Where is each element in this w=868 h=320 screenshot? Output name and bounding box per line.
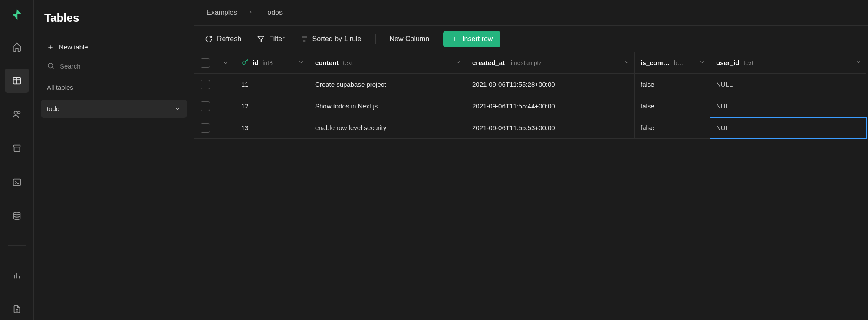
chevron-down-icon[interactable] xyxy=(699,59,705,66)
nav-rail xyxy=(0,0,34,320)
row-select-cell[interactable] xyxy=(194,117,235,139)
breadcrumb: Examples Todos xyxy=(194,0,868,26)
data-grid: id int8 content text created_at timestam… xyxy=(194,52,868,139)
cell-is-complete[interactable]: false xyxy=(635,117,710,139)
row-checkbox[interactable] xyxy=(201,101,210,111)
svg-marker-19 xyxy=(258,36,264,42)
svg-point-17 xyxy=(48,63,53,68)
nav-home[interactable] xyxy=(5,35,29,59)
new-column-button[interactable]: New Column xyxy=(388,32,431,46)
svg-rect-6 xyxy=(13,179,20,186)
new-table-label: New table xyxy=(59,43,88,51)
filter-button[interactable]: Filter xyxy=(255,32,286,46)
toolbar-divider xyxy=(375,34,376,44)
nav-tables[interactable] xyxy=(5,69,29,93)
cell-is-complete[interactable]: false xyxy=(635,74,710,95)
svg-rect-5 xyxy=(13,145,20,147)
cell-id[interactable]: 12 xyxy=(235,95,309,117)
chevron-down-icon xyxy=(174,105,181,112)
insert-row-button[interactable]: Insert row xyxy=(443,31,500,47)
nav-storage[interactable] xyxy=(5,136,29,160)
cell-content[interactable]: Show todos in Next.js xyxy=(309,95,466,117)
nav-database[interactable] xyxy=(5,204,29,228)
chevron-down-icon[interactable] xyxy=(855,59,861,66)
column-header-select[interactable] xyxy=(194,52,235,74)
plus-icon xyxy=(451,36,458,42)
bar-chart-icon xyxy=(12,271,22,280)
cell-created-at[interactable]: 2021-09-06T11:55:28+00:00 xyxy=(466,74,635,95)
cell-content[interactable]: enable row level security xyxy=(309,117,466,139)
sort-button[interactable]: Sorted by 1 rule xyxy=(299,32,363,46)
cell-id[interactable]: 13 xyxy=(235,117,309,139)
breadcrumb-table[interactable]: Todos xyxy=(264,9,283,16)
search-input[interactable] xyxy=(60,62,181,70)
row-checkbox[interactable] xyxy=(201,80,210,89)
row-checkbox[interactable] xyxy=(201,123,210,133)
sidebar-table-item[interactable]: todo xyxy=(41,100,187,118)
terminal-icon xyxy=(12,177,22,187)
all-tables-label: All tables xyxy=(44,78,184,95)
table-row: 13 enable row level security 2021-09-06T… xyxy=(194,117,868,139)
page-title: Tables xyxy=(44,11,184,25)
database-icon xyxy=(12,211,22,221)
refresh-button[interactable]: Refresh xyxy=(203,32,243,46)
cell-content[interactable]: Create supabase project xyxy=(309,74,466,95)
column-header-is-complete[interactable]: is_com… b… xyxy=(635,52,710,74)
sort-icon xyxy=(300,35,308,43)
table-row: 11 Create supabase project 2021-09-06T11… xyxy=(194,74,868,95)
app-logo xyxy=(10,8,24,21)
column-header-id[interactable]: id int8 xyxy=(235,52,309,74)
chevron-down-icon[interactable] xyxy=(223,60,229,66)
new-table-button[interactable]: New table xyxy=(44,40,184,54)
svg-point-3 xyxy=(14,111,17,114)
cell-user-id[interactable]: NULL xyxy=(710,74,866,95)
table-row: 12 Show todos in Next.js 2021-09-06T11:5… xyxy=(194,95,868,117)
home-icon xyxy=(12,42,22,52)
column-header-user-id[interactable]: user_id text xyxy=(710,52,866,74)
chevron-down-icon[interactable] xyxy=(298,59,304,66)
table-header-row: id int8 content text created_at timestam… xyxy=(194,52,868,74)
filter-icon xyxy=(257,35,265,43)
chevron-down-icon[interactable] xyxy=(455,59,461,66)
main: Examples Todos Refresh Filter Sorted by … xyxy=(194,0,868,320)
select-all-checkbox[interactable] xyxy=(201,58,210,68)
search-icon xyxy=(47,62,55,70)
supabase-logo-icon xyxy=(10,8,23,21)
cell-user-id[interactable]: NULL xyxy=(710,117,866,139)
file-icon xyxy=(12,304,22,314)
chevron-right-icon xyxy=(247,9,253,16)
cell-is-complete[interactable]: false xyxy=(635,95,710,117)
cell-user-id[interactable]: NULL xyxy=(710,95,866,117)
svg-line-18 xyxy=(52,67,53,69)
key-icon xyxy=(241,58,249,67)
nav-sql[interactable] xyxy=(5,170,29,194)
column-header-content[interactable]: content text xyxy=(309,52,466,74)
svg-point-8 xyxy=(13,212,20,215)
row-select-cell[interactable] xyxy=(194,74,235,95)
refresh-icon xyxy=(205,35,213,43)
sidebar: Tables New table All tables todo xyxy=(34,0,194,320)
breadcrumb-project[interactable]: Examples xyxy=(207,9,237,16)
nav-docs[interactable] xyxy=(5,297,29,320)
cell-created-at[interactable]: 2021-09-06T11:55:44+00:00 xyxy=(466,95,635,117)
users-icon xyxy=(12,110,22,119)
column-header-created-at[interactable]: created_at timestamptz xyxy=(466,52,635,74)
svg-point-4 xyxy=(17,111,20,114)
search-box[interactable] xyxy=(44,59,184,73)
toolbar: Refresh Filter Sorted by 1 rule New Colu… xyxy=(194,26,868,52)
table-item-name: todo xyxy=(47,105,59,112)
archive-icon xyxy=(12,144,22,153)
cell-id[interactable]: 11 xyxy=(235,74,309,95)
row-select-cell[interactable] xyxy=(194,95,235,117)
nav-auth[interactable] xyxy=(5,102,29,127)
plus-icon xyxy=(47,44,54,51)
chevron-down-icon[interactable] xyxy=(624,59,630,66)
cell-created-at[interactable]: 2021-09-06T11:55:53+00:00 xyxy=(466,117,635,139)
nav-reports[interactable] xyxy=(5,263,29,287)
table-icon xyxy=(12,76,22,85)
